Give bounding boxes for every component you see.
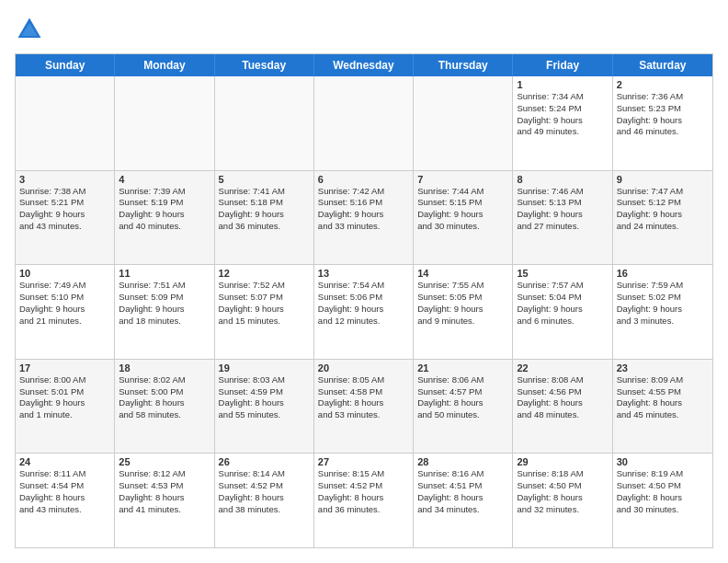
day-cell: 17Sunrise: 8:00 AM Sunset: 5:01 PM Dayli… — [16, 360, 115, 454]
day-number: 5 — [219, 174, 310, 185]
day-info: Sunrise: 8:15 AM Sunset: 4:52 PM Dayligh… — [318, 468, 409, 515]
day-info: Sunrise: 7:54 AM Sunset: 5:06 PM Dayligh… — [318, 280, 409, 327]
day-info: Sunrise: 8:06 AM Sunset: 4:57 PM Dayligh… — [417, 374, 508, 421]
day-cell: 21Sunrise: 8:06 AM Sunset: 4:57 PM Dayli… — [414, 360, 513, 454]
weekday-header: Thursday — [414, 54, 513, 76]
day-number: 30 — [617, 456, 709, 467]
day-number: 1 — [517, 79, 608, 90]
day-info: Sunrise: 8:19 AM Sunset: 4:50 PM Dayligh… — [617, 468, 709, 515]
day-info: Sunrise: 8:00 AM Sunset: 5:01 PM Dayligh… — [19, 374, 110, 421]
day-info: Sunrise: 7:51 AM Sunset: 5:09 PM Dayligh… — [119, 280, 210, 327]
day-info: Sunrise: 7:52 AM Sunset: 5:07 PM Dayligh… — [219, 280, 310, 327]
page: SundayMondayTuesdayWednesdayThursdayFrid… — [0, 0, 728, 563]
day-info: Sunrise: 8:03 AM Sunset: 4:59 PM Dayligh… — [219, 374, 310, 421]
weekday-header: Tuesday — [215, 54, 314, 76]
day-number: 4 — [119, 174, 210, 185]
day-cell: 19Sunrise: 8:03 AM Sunset: 4:59 PM Dayli… — [215, 360, 314, 454]
day-number: 21 — [417, 362, 508, 373]
calendar: SundayMondayTuesdayWednesdayThursdayFrid… — [15, 53, 713, 548]
weekday-header: Saturday — [613, 54, 712, 76]
day-info: Sunrise: 7:42 AM Sunset: 5:16 PM Dayligh… — [318, 186, 409, 233]
day-cell: 3Sunrise: 7:38 AM Sunset: 5:21 PM Daylig… — [16, 171, 115, 265]
day-number: 15 — [517, 268, 608, 279]
day-info: Sunrise: 7:46 AM Sunset: 5:13 PM Dayligh… — [517, 186, 608, 233]
day-cell: 1Sunrise: 7:34 AM Sunset: 5:24 PM Daylig… — [513, 76, 612, 170]
empty-cell — [215, 76, 314, 170]
day-cell: 15Sunrise: 7:57 AM Sunset: 5:04 PM Dayli… — [513, 265, 612, 359]
day-number: 23 — [617, 362, 709, 373]
day-cell: 20Sunrise: 8:05 AM Sunset: 4:58 PM Dayli… — [314, 360, 414, 454]
day-info: Sunrise: 7:57 AM Sunset: 5:04 PM Dayligh… — [517, 280, 608, 327]
day-number: 3 — [19, 174, 110, 185]
day-number: 22 — [517, 362, 608, 373]
weekday-header: Wednesday — [314, 54, 414, 76]
day-info: Sunrise: 7:39 AM Sunset: 5:19 PM Dayligh… — [119, 186, 210, 233]
calendar-header: SundayMondayTuesdayWednesdayThursdayFrid… — [16, 54, 712, 76]
day-info: Sunrise: 7:38 AM Sunset: 5:21 PM Dayligh… — [19, 186, 110, 233]
day-cell: 5Sunrise: 7:41 AM Sunset: 5:18 PM Daylig… — [215, 171, 314, 265]
day-info: Sunrise: 7:44 AM Sunset: 5:15 PM Dayligh… — [417, 186, 508, 233]
day-info: Sunrise: 8:02 AM Sunset: 5:00 PM Dayligh… — [119, 374, 210, 421]
day-info: Sunrise: 8:18 AM Sunset: 4:50 PM Dayligh… — [517, 468, 608, 515]
day-number: 24 — [19, 456, 110, 467]
day-cell: 22Sunrise: 8:08 AM Sunset: 4:56 PM Dayli… — [513, 360, 612, 454]
day-number: 29 — [517, 456, 608, 467]
calendar-row: 24Sunrise: 8:11 AM Sunset: 4:54 PM Dayli… — [16, 454, 712, 547]
day-cell: 11Sunrise: 7:51 AM Sunset: 5:09 PM Dayli… — [115, 265, 214, 359]
day-number: 27 — [318, 456, 409, 467]
day-number: 25 — [119, 456, 210, 467]
day-number: 16 — [617, 268, 709, 279]
day-info: Sunrise: 8:08 AM Sunset: 4:56 PM Dayligh… — [517, 374, 608, 421]
day-cell: 30Sunrise: 8:19 AM Sunset: 4:50 PM Dayli… — [613, 454, 712, 547]
day-cell: 8Sunrise: 7:46 AM Sunset: 5:13 PM Daylig… — [513, 171, 612, 265]
empty-cell — [16, 76, 115, 170]
weekday-header: Sunday — [16, 54, 115, 76]
day-info: Sunrise: 8:09 AM Sunset: 4:55 PM Dayligh… — [617, 374, 709, 421]
calendar-row: 3Sunrise: 7:38 AM Sunset: 5:21 PM Daylig… — [16, 171, 712, 266]
day-number: 7 — [417, 174, 508, 185]
day-cell: 26Sunrise: 8:14 AM Sunset: 4:52 PM Dayli… — [215, 454, 314, 547]
logo — [15, 15, 48, 44]
day-cell: 12Sunrise: 7:52 AM Sunset: 5:07 PM Dayli… — [215, 265, 314, 359]
day-number: 9 — [617, 174, 709, 185]
day-number: 6 — [318, 174, 409, 185]
day-number: 12 — [219, 268, 310, 279]
day-number: 10 — [19, 268, 110, 279]
day-cell: 4Sunrise: 7:39 AM Sunset: 5:19 PM Daylig… — [115, 171, 214, 265]
day-cell: 16Sunrise: 7:59 AM Sunset: 5:02 PM Dayli… — [613, 265, 712, 359]
day-cell: 2Sunrise: 7:36 AM Sunset: 5:23 PM Daylig… — [613, 76, 712, 170]
day-number: 19 — [219, 362, 310, 373]
day-info: Sunrise: 7:47 AM Sunset: 5:12 PM Dayligh… — [617, 186, 709, 233]
day-number: 8 — [517, 174, 608, 185]
day-number: 13 — [318, 268, 409, 279]
day-info: Sunrise: 7:41 AM Sunset: 5:18 PM Dayligh… — [219, 186, 310, 233]
weekday-header: Monday — [115, 54, 214, 76]
day-number: 18 — [119, 362, 210, 373]
day-number: 2 — [617, 79, 709, 90]
empty-cell — [414, 76, 513, 170]
day-info: Sunrise: 8:05 AM Sunset: 4:58 PM Dayligh… — [318, 374, 409, 421]
logo-icon — [15, 15, 44, 44]
day-info: Sunrise: 8:16 AM Sunset: 4:51 PM Dayligh… — [417, 468, 508, 515]
day-info: Sunrise: 7:34 AM Sunset: 5:24 PM Dayligh… — [517, 91, 608, 138]
day-cell: 28Sunrise: 8:16 AM Sunset: 4:51 PM Dayli… — [414, 454, 513, 547]
day-number: 28 — [417, 456, 508, 467]
empty-cell — [115, 76, 214, 170]
day-cell: 14Sunrise: 7:55 AM Sunset: 5:05 PM Dayli… — [414, 265, 513, 359]
day-cell: 13Sunrise: 7:54 AM Sunset: 5:06 PM Dayli… — [314, 265, 414, 359]
day-cell: 25Sunrise: 8:12 AM Sunset: 4:53 PM Dayli… — [115, 454, 214, 547]
day-info: Sunrise: 8:14 AM Sunset: 4:52 PM Dayligh… — [219, 468, 310, 515]
empty-cell — [314, 76, 414, 170]
day-info: Sunrise: 8:12 AM Sunset: 4:53 PM Dayligh… — [119, 468, 210, 515]
calendar-row: 17Sunrise: 8:00 AM Sunset: 5:01 PM Dayli… — [16, 360, 712, 454]
day-cell: 18Sunrise: 8:02 AM Sunset: 5:00 PM Dayli… — [115, 360, 214, 454]
day-cell: 27Sunrise: 8:15 AM Sunset: 4:52 PM Dayli… — [314, 454, 414, 547]
day-cell: 9Sunrise: 7:47 AM Sunset: 5:12 PM Daylig… — [613, 171, 712, 265]
day-cell: 24Sunrise: 8:11 AM Sunset: 4:54 PM Dayli… — [16, 454, 115, 547]
day-info: Sunrise: 7:49 AM Sunset: 5:10 PM Dayligh… — [19, 280, 110, 327]
day-number: 11 — [119, 268, 210, 279]
day-info: Sunrise: 7:59 AM Sunset: 5:02 PM Dayligh… — [617, 280, 709, 327]
calendar-row: 1Sunrise: 7:34 AM Sunset: 5:24 PM Daylig… — [16, 76, 712, 171]
day-info: Sunrise: 7:55 AM Sunset: 5:05 PM Dayligh… — [417, 280, 508, 327]
day-info: Sunrise: 8:11 AM Sunset: 4:54 PM Dayligh… — [19, 468, 110, 515]
